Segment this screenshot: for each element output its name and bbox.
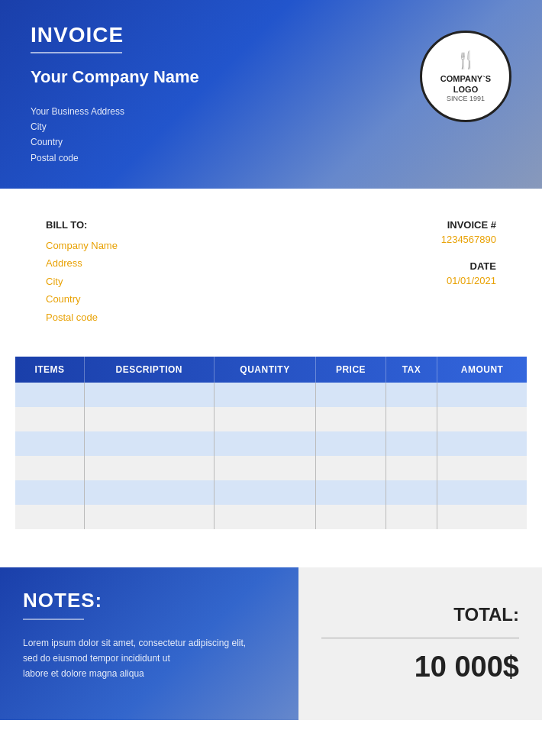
cell-3-1: [84, 456, 214, 480]
cell-5-5: [437, 505, 527, 529]
cell-5-3: [316, 505, 386, 529]
table-row: [15, 456, 527, 480]
bill-section: BILL TO: Company Name Address City Count…: [0, 189, 542, 349]
col-items: ITEMS: [15, 357, 84, 383]
cell-3-3: [316, 456, 386, 480]
cell-4-0: [15, 480, 84, 505]
cell-3-5: [437, 456, 527, 480]
cell-4-3: [316, 480, 386, 505]
total-label: TOTAL:: [321, 604, 520, 625]
cell-1-5: [437, 407, 527, 431]
cell-2-2: [214, 431, 316, 456]
bill-right: INVOICE # 1234567890 DATE 01/01/2021: [441, 219, 496, 286]
cell-2-1: [84, 431, 214, 456]
cell-2-0: [15, 431, 84, 456]
cell-3-4: [386, 456, 437, 480]
invoice-number-value: 1234567890: [441, 234, 496, 245]
cell-1-2: [214, 407, 316, 431]
address-line1: Your Business Address: [31, 104, 420, 119]
logo-text-main: COMPANY`SLOGO: [440, 73, 491, 95]
notes-text: Lorem ipsum dolor sit amet, consectetur …: [23, 635, 276, 682]
cell-0-2: [214, 383, 316, 407]
invoice-title: INVOICE: [31, 23, 420, 47]
header-right: 🍴 COMPANY`SLOGO SINCE 1991: [420, 23, 511, 122]
header-left: INVOICE Your Company Name Your Business …: [31, 23, 420, 166]
address-country: Country: [31, 134, 420, 150]
bill-city: City: [46, 273, 118, 290]
col-description: DESCRIPTION: [84, 357, 214, 383]
cell-5-0: [15, 505, 84, 529]
bill-postal: Postal code: [46, 309, 118, 326]
bill-company: Company Name: [46, 237, 118, 254]
cell-2-4: [386, 431, 437, 456]
header-divider: [31, 52, 122, 53]
total-box: TOTAL: 10 000$: [298, 567, 543, 720]
cell-2-3: [316, 431, 386, 456]
cell-1-0: [15, 407, 84, 431]
invoice-header: INVOICE Your Company Name Your Business …: [0, 0, 542, 189]
cell-5-1: [84, 505, 214, 529]
cell-4-5: [437, 480, 527, 505]
cell-1-4: [386, 407, 437, 431]
cell-4-4: [386, 480, 437, 505]
cell-0-1: [84, 383, 214, 407]
cell-0-3: [316, 383, 386, 407]
date-label: DATE: [441, 260, 496, 272]
bottom-section: NOTES: Lorem ipsum dolor sit amet, conse…: [0, 567, 542, 720]
table-row: [15, 431, 527, 456]
notes-title: NOTES:: [23, 589, 276, 612]
bill-country: Country: [46, 290, 118, 308]
cell-0-4: [386, 383, 437, 407]
cell-4-1: [84, 480, 214, 505]
address-city: City: [31, 119, 420, 134]
col-price: PRICE: [316, 357, 386, 383]
cell-1-3: [316, 407, 386, 431]
invoice-number-label: INVOICE #: [441, 219, 496, 231]
table-row: [15, 480, 527, 505]
cell-5-2: [214, 505, 316, 529]
invoice-table: ITEMS DESCRIPTION QUANTITY PRICE TAX AMO…: [15, 357, 527, 529]
address-postal: Postal code: [31, 150, 420, 166]
company-name-header: Your Company Name: [31, 67, 420, 87]
cell-4-2: [214, 480, 316, 505]
bill-address: Address: [46, 254, 118, 272]
bill-value: Company Name Address City Country Postal…: [46, 237, 118, 326]
table-row: [15, 383, 527, 407]
bill-left: BILL TO: Company Name Address City Count…: [46, 219, 118, 326]
address-block: Your Business Address City Country Posta…: [31, 104, 420, 166]
cell-3-0: [15, 456, 84, 480]
bill-to-label: BILL TO:: [46, 219, 118, 231]
col-tax: TAX: [386, 357, 437, 383]
table-section: ITEMS DESCRIPTION QUANTITY PRICE TAX AMO…: [0, 349, 542, 544]
cell-0-0: [15, 383, 84, 407]
table-row: [15, 505, 527, 529]
company-logo: 🍴 COMPANY`SLOGO SINCE 1991: [420, 31, 511, 122]
notes-divider: [23, 619, 84, 620]
cell-2-5: [437, 431, 527, 456]
total-divider: [321, 638, 520, 639]
table-header-row: ITEMS DESCRIPTION QUANTITY PRICE TAX AMO…: [15, 357, 527, 383]
cell-5-4: [386, 505, 437, 529]
cell-3-2: [214, 456, 316, 480]
date-value: 01/01/2021: [441, 275, 496, 286]
logo-icon: 🍴: [456, 50, 476, 70]
cell-0-5: [437, 383, 527, 407]
col-amount: AMOUNT: [437, 357, 527, 383]
logo-text-sub: SINCE 1991: [447, 95, 485, 102]
cell-1-1: [84, 407, 214, 431]
table-row: [15, 407, 527, 431]
col-quantity: QUANTITY: [214, 357, 316, 383]
notes-box: NOTES: Lorem ipsum dolor sit amet, conse…: [0, 567, 298, 720]
total-value: 10 000$: [321, 651, 520, 683]
